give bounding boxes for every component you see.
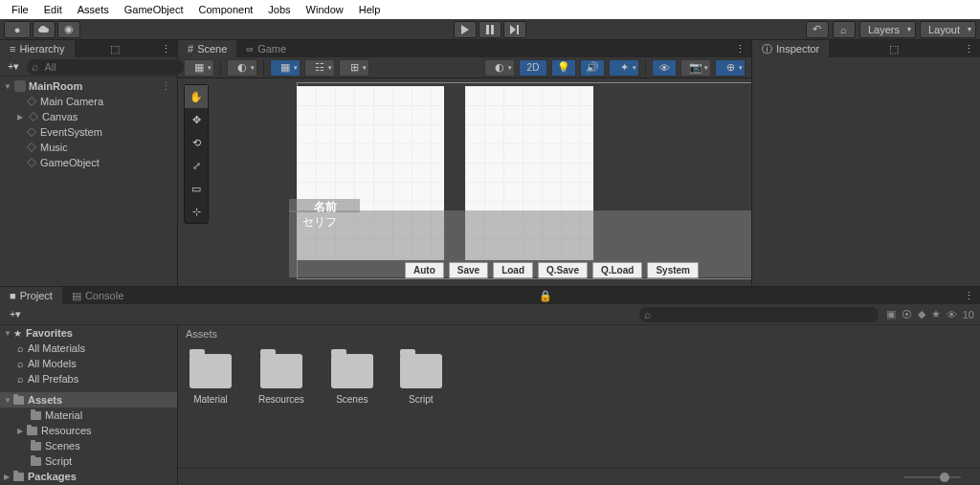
project-add-button[interactable]: +▾ (6, 308, 25, 320)
tab-inspector[interactable]: ⓘ Inspector (752, 40, 829, 57)
version-control-button[interactable]: ◉ (57, 21, 80, 38)
menu-jobs[interactable]: Jobs (260, 4, 298, 15)
hierarchy-icon: ≡ (10, 43, 15, 55)
gameobject-icon (27, 158, 36, 167)
rotate-tool-button[interactable]: ⟲ (185, 131, 208, 154)
asset-subfolder[interactable]: Material (0, 408, 177, 423)
menu-help[interactable]: Help (351, 4, 389, 15)
hierarchy-item[interactable]: ▶ Canvas (0, 109, 177, 124)
project-menu-icon[interactable]: ⋮ (958, 287, 980, 304)
qload-button[interactable]: Q.Load (592, 262, 642, 278)
menu-file[interactable]: File (4, 4, 36, 15)
project-toolbar: +▾ ▣ ⦿ ◆ ★ 👁 10 (0, 304, 980, 325)
filter-by-type-icon[interactable]: ▣ (886, 308, 896, 320)
step-button[interactable] (503, 21, 526, 38)
hierarchy-panel: ≡ Hierarchy ⬚ ⋮ +▾ ▼ MainRoom ⋮ Main Cam… (0, 40, 178, 286)
hidden-packages-icon[interactable]: 👁 (947, 309, 957, 320)
cloud-button[interactable] (33, 21, 56, 38)
auto-button[interactable]: Auto (405, 262, 444, 278)
play-button[interactable] (454, 21, 477, 38)
breadcrumb[interactable]: Assets (178, 325, 980, 342)
menu-assets[interactable]: Assets (70, 4, 117, 15)
asset-subfolder[interactable]: Scenes (0, 438, 177, 453)
scene-menu-icon[interactable]: ⋮ (161, 80, 171, 93)
lighting-toggle-button[interactable]: 💡 (551, 59, 576, 77)
hierarchy-item[interactable]: EventSystem (0, 124, 177, 140)
hierarchy-item[interactable]: GameObject (0, 155, 177, 170)
tab-hierarchy[interactable]: ≡ Hierarchy (0, 40, 75, 57)
hierarchy-lock-icon[interactable]: ⬚ (104, 40, 125, 57)
load-button[interactable]: Load (493, 262, 533, 278)
filter-by-label-icon[interactable]: ⦿ (902, 309, 912, 320)
hierarchy-item[interactable]: Main Camera (0, 94, 177, 109)
favorite-star-icon[interactable]: ★ (931, 308, 941, 320)
rect-tool-button[interactable]: ▭ (185, 177, 208, 200)
asset-subfolder[interactable]: ▶Resources (0, 423, 177, 438)
snap-toggle-dropdown[interactable]: ☷ (304, 59, 335, 77)
menu-edit[interactable]: Edit (36, 4, 70, 15)
save-button[interactable]: Save (449, 262, 488, 278)
zoom-slider-thumb[interactable] (940, 473, 949, 482)
lighting-dropdown[interactable]: ◐ (484, 59, 515, 77)
menu-component[interactable]: Component (190, 4, 260, 15)
undo-history-button[interactable]: ↶ (806, 21, 829, 38)
hierarchy-item-label: GameObject (40, 157, 100, 168)
favorite-item[interactable]: ⌕All Materials (0, 341, 177, 356)
pause-button[interactable] (479, 21, 501, 38)
search-button[interactable]: ⌕ (833, 21, 856, 38)
asset-folder[interactable]: Scenes (331, 354, 373, 405)
layout-dropdown[interactable]: Layout (920, 21, 976, 38)
grid-toggle-dropdown[interactable]: ▦ (270, 59, 301, 77)
folder-icon (189, 354, 232, 388)
menu-gameobject[interactable]: GameObject (117, 4, 191, 15)
hierarchy-add-button[interactable]: +▾ (4, 60, 23, 73)
draw-mode-dropdown[interactable]: ▦ (184, 59, 214, 77)
hierarchy-menu-icon[interactable]: ⋮ (155, 40, 177, 57)
asset-folder-label: Scenes (45, 440, 80, 452)
camera-dropdown[interactable]: 📷 (680, 59, 711, 77)
menu-window[interactable]: Window (299, 4, 351, 15)
system-button[interactable]: System (647, 262, 699, 278)
hierarchy-search-input[interactable] (27, 59, 184, 75)
favorites-header[interactable]: ▼ ★ Favorites (0, 325, 177, 341)
account-button[interactable]: ● (4, 21, 31, 38)
zoom-slider[interactable] (903, 476, 961, 478)
scene-viewport[interactable]: ✋ ✥ ⟲ ⤢ ▭ ⊹ 名前 セリフ Auto Save Load Q.Sa (178, 78, 751, 286)
increment-snap-dropdown[interactable]: ⊞ (339, 59, 369, 77)
assets-folder[interactable]: ▼ Assets (0, 392, 177, 408)
audio-toggle-button[interactable]: 🔊 (580, 59, 605, 77)
favorite-item[interactable]: ⌕All Models (0, 356, 177, 371)
inspector-lock-icon[interactable]: ⬚ (883, 40, 904, 57)
tab-project[interactable]: ■ Project (0, 287, 62, 304)
tab-game[interactable]: ∞ Game (236, 40, 296, 57)
game-tab-label: Game (257, 43, 286, 55)
asset-folder[interactable]: Material (189, 354, 232, 405)
hierarchy-item[interactable]: Music (0, 140, 177, 155)
2d-toggle-button[interactable]: 2D (519, 59, 547, 77)
fx-toggle-dropdown[interactable]: ✦ (609, 59, 639, 77)
project-lock-icon[interactable]: 🔒 (533, 287, 558, 304)
packages-folder[interactable]: ▶ Packages (0, 469, 177, 484)
transform-tool-button[interactable]: ⊹ (185, 200, 208, 223)
project-search-input[interactable] (639, 307, 879, 322)
asset-folder[interactable]: Script (400, 354, 442, 405)
asset-subfolder[interactable]: Script (0, 453, 177, 469)
scale-tool-button[interactable]: ⤢ (185, 154, 208, 177)
tab-scene[interactable]: # Scene (178, 40, 236, 57)
layers-dropdown[interactable]: Layers (859, 21, 916, 38)
favorite-item[interactable]: ⌕All Prefabs (0, 371, 177, 386)
gizmos-dropdown[interactable]: ⊕ (715, 59, 746, 77)
hidden-objects-button[interactable]: 👁 (652, 59, 677, 77)
scene-root[interactable]: ▼ MainRoom ⋮ (0, 78, 177, 94)
console-tab-label: Console (85, 290, 123, 301)
tab-console[interactable]: ▤ Console (62, 287, 133, 304)
move-tool-button[interactable]: ✥ (185, 108, 208, 131)
folder-icon (260, 354, 302, 388)
view-tool-button[interactable]: ✋ (185, 85, 208, 108)
qsave-button[interactable]: Q.Save (538, 262, 588, 278)
scene-panel-menu-icon[interactable]: ⋮ (729, 40, 751, 57)
inspector-menu-icon[interactable]: ⋮ (958, 40, 980, 57)
save-search-icon[interactable]: ◆ (918, 308, 925, 320)
shading-mode-dropdown[interactable]: ◐ (227, 59, 257, 77)
asset-folder[interactable]: Resources (258, 354, 304, 405)
